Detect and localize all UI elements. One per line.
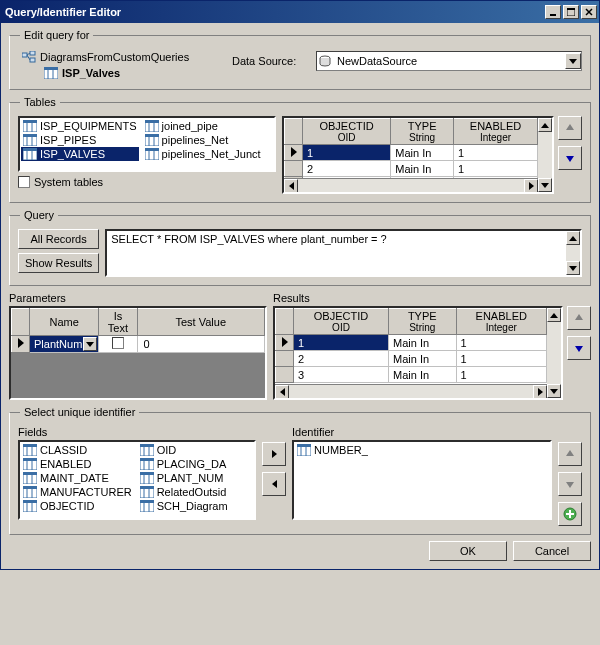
list-item-label: PLACING_DA bbox=[157, 458, 227, 470]
list-item[interactable]: OID bbox=[138, 443, 230, 457]
move-up-button[interactable] bbox=[558, 116, 582, 140]
tables-group: Tables ISP_EQUIPMENTSISP_PIPESISP_VALVES… bbox=[9, 96, 591, 203]
svg-rect-6 bbox=[30, 51, 35, 55]
list-item-label: OBJECTID bbox=[40, 500, 94, 512]
results-move-up-button[interactable] bbox=[567, 306, 591, 330]
sql-vscroll[interactable] bbox=[566, 231, 580, 275]
svg-rect-32 bbox=[145, 134, 159, 137]
list-item[interactable]: OBJECTID bbox=[21, 499, 134, 513]
list-item[interactable]: PLANT_NUM bbox=[138, 471, 230, 485]
results-hscroll[interactable] bbox=[275, 384, 547, 398]
sql-textarea[interactable]: SELECT * FROM ISP_VALVES where plant_num… bbox=[105, 229, 582, 277]
fields-label: Fields bbox=[18, 426, 256, 438]
identifier-add-new-button[interactable] bbox=[558, 502, 582, 526]
system-tables-checkbox[interactable] bbox=[18, 176, 30, 188]
all-records-button[interactable]: All Records bbox=[18, 229, 99, 249]
dropdown-icon[interactable] bbox=[565, 53, 581, 69]
test-value-input[interactable] bbox=[142, 338, 260, 350]
param-name-dropdown[interactable] bbox=[83, 337, 97, 351]
table-icon bbox=[140, 472, 154, 484]
list-item[interactable]: pipelines_Net_Junct bbox=[143, 147, 263, 161]
svg-rect-68 bbox=[140, 472, 154, 475]
window-title: Query/Identifier Editor bbox=[5, 6, 545, 18]
list-item-label: SCH_Diagram bbox=[157, 500, 228, 512]
add-identifier-button[interactable] bbox=[262, 442, 286, 466]
list-item[interactable]: ISP_VALVES bbox=[21, 147, 139, 161]
select-identifier-group: Select unique identifier Fields CLASSIDE… bbox=[9, 406, 591, 535]
parameters-label: Parameters bbox=[9, 292, 267, 304]
svg-rect-48 bbox=[23, 472, 37, 475]
table-row[interactable]: 1Main In1 bbox=[276, 335, 547, 351]
identifier-move-down-button[interactable] bbox=[558, 472, 582, 496]
list-item[interactable]: ISP_EQUIPMENTS bbox=[21, 119, 139, 133]
fields-listbox[interactable]: CLASSIDENABLEDMAINT_DATEMANUFACTUREROBJE… bbox=[18, 440, 256, 520]
table-icon bbox=[23, 458, 37, 470]
cancel-button[interactable]: Cancel bbox=[513, 541, 591, 561]
list-item[interactable]: ENABLED bbox=[21, 457, 134, 471]
minimize-button[interactable] bbox=[545, 5, 561, 19]
table-icon bbox=[23, 444, 37, 456]
svg-rect-44 bbox=[23, 458, 37, 461]
table-icon bbox=[145, 134, 159, 146]
tree-root-label: DiagramsFromCustomQueries bbox=[40, 49, 189, 65]
tables-grid-hscroll[interactable] bbox=[284, 178, 538, 192]
svg-rect-40 bbox=[23, 444, 37, 447]
tables-listbox[interactable]: ISP_EQUIPMENTSISP_PIPESISP_VALVES joined… bbox=[18, 116, 276, 172]
tree-root[interactable]: DiagramsFromCustomQueries bbox=[22, 49, 222, 65]
table-row[interactable]: 1Main In1 bbox=[285, 145, 538, 161]
table-icon bbox=[23, 120, 37, 132]
table-row[interactable]: PlantNum bbox=[12, 336, 265, 353]
list-item[interactable]: ISP_PIPES bbox=[21, 133, 139, 147]
results-move-down-button[interactable] bbox=[567, 336, 591, 360]
svg-rect-7 bbox=[30, 58, 35, 62]
query-group: Query All Records Show Results SELECT * … bbox=[9, 209, 591, 286]
results-label: Results bbox=[273, 292, 591, 304]
table-row[interactable]: 2Main In1 bbox=[276, 351, 547, 367]
show-results-button[interactable]: Show Results bbox=[18, 253, 99, 273]
parameters-body: PlantNum bbox=[12, 336, 265, 353]
identifier-listbox[interactable]: NUMBER_ bbox=[292, 440, 552, 520]
close-button[interactable] bbox=[581, 5, 597, 19]
svg-rect-5 bbox=[22, 53, 27, 57]
ok-button[interactable]: OK bbox=[429, 541, 507, 561]
list-item[interactable]: PLACING_DA bbox=[138, 457, 230, 471]
diagrams-icon bbox=[22, 51, 36, 63]
table-icon bbox=[145, 148, 159, 160]
list-item-label: ISP_VALVES bbox=[40, 148, 105, 160]
table-icon bbox=[140, 458, 154, 470]
results-grid[interactable]: OBJECTIDOID TYPEString ENABLEDInteger 1M… bbox=[273, 306, 563, 400]
table-row[interactable]: 2Main In1 bbox=[285, 161, 538, 177]
table-icon bbox=[23, 486, 37, 498]
list-item[interactable]: NUMBER_ bbox=[295, 443, 549, 457]
tables-col2: joined_pipepipelines_Netpipelines_Net_Ju… bbox=[143, 119, 263, 161]
remove-identifier-button[interactable] bbox=[262, 472, 286, 496]
titlebar: Query/Identifier Editor bbox=[1, 1, 599, 23]
list-item[interactable]: CLASSID bbox=[21, 443, 134, 457]
data-source-combo[interactable]: NewDataSource bbox=[316, 51, 582, 71]
is-text-checkbox[interactable] bbox=[112, 337, 124, 349]
list-item[interactable]: MAINT_DATE bbox=[21, 471, 134, 485]
list-item[interactable]: MANUFACTURER bbox=[21, 485, 134, 499]
move-down-button[interactable] bbox=[558, 146, 582, 170]
list-item-label: NUMBER_ bbox=[314, 444, 368, 456]
svg-rect-36 bbox=[145, 148, 159, 151]
results-vscroll[interactable] bbox=[547, 308, 561, 398]
results-body: 1Main In12Main In13Main In1 bbox=[276, 335, 547, 383]
list-item[interactable]: RelatedOutsid bbox=[138, 485, 230, 499]
tree-child[interactable]: ISP_Valves bbox=[44, 65, 222, 81]
maximize-button[interactable] bbox=[563, 5, 579, 19]
tables-grid-vscroll[interactable] bbox=[538, 118, 552, 192]
svg-rect-24 bbox=[23, 148, 37, 151]
list-item-label: OID bbox=[157, 444, 177, 456]
table-icon bbox=[140, 486, 154, 498]
source-tree[interactable]: DiagramsFromCustomQueries ISP_Valves bbox=[22, 49, 222, 81]
parameters-grid[interactable]: Name Is Text Test Value PlantNum bbox=[9, 306, 267, 400]
list-item-label: ISP_PIPES bbox=[40, 134, 96, 146]
list-item[interactable]: SCH_Diagram bbox=[138, 499, 230, 513]
table-row[interactable]: 3Main In1 bbox=[276, 367, 547, 383]
svg-rect-0 bbox=[550, 14, 556, 16]
identifier-move-up-button[interactable] bbox=[558, 442, 582, 466]
list-item[interactable]: joined_pipe bbox=[143, 119, 263, 133]
tables-preview-grid[interactable]: OBJECTIDOID TYPEString ENABLEDInteger 1M… bbox=[282, 116, 554, 194]
list-item[interactable]: pipelines_Net bbox=[143, 133, 263, 147]
